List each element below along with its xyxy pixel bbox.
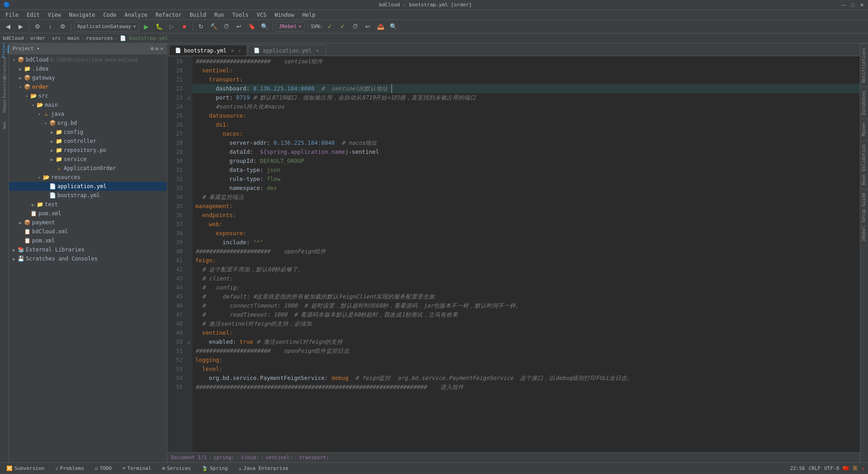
- terminal-button[interactable]: ⌨ Terminal: [120, 465, 154, 472]
- tree-resources[interactable]: ▾ 📂 resources: [9, 173, 167, 182]
- line-19: ###################### sentinel组件: [193, 57, 860, 66]
- menu-analyze[interactable]: Analyze: [121, 11, 151, 19]
- tab-application[interactable]: 📄 application.yml ✕: [248, 45, 326, 56]
- settings-button[interactable]: ⚙: [32, 22, 43, 32]
- run-button[interactable]: ▶: [141, 22, 152, 32]
- spring-button[interactable]: 🍃 Spring: [199, 465, 231, 472]
- tree-repositorypo[interactable]: ▶ 📁 repository.po: [9, 146, 167, 155]
- close-button[interactable]: ✕: [859, 2, 864, 8]
- tree-extlibs[interactable]: ▶ 📚 External Libraries: [9, 245, 167, 254]
- panel-expand-icon[interactable]: ⇆: [156, 46, 159, 52]
- svn-commit-button[interactable]: 📤: [375, 22, 386, 32]
- maven-tab[interactable]: Maven: [860, 118, 868, 140]
- java-enterprise-button[interactable]: ☕ Java Enterprise: [236, 465, 291, 472]
- menu-code[interactable]: Code: [100, 11, 120, 19]
- sync-button[interactable]: ↕: [45, 22, 56, 32]
- favorites-icon[interactable]: Favorites: [0, 83, 9, 91]
- menu-navigate[interactable]: Navigate: [66, 11, 99, 19]
- bc-spring[interactable]: spring:: [213, 455, 234, 460]
- menu-view[interactable]: View: [44, 11, 65, 19]
- encoding-display[interactable]: UTF-8: [824, 465, 839, 471]
- tree-idea[interactable]: ▶ 📁 .idea: [9, 64, 167, 73]
- services-button[interactable]: ⚙ Services: [160, 465, 194, 472]
- structure-icon[interactable]: Structure: [0, 64, 9, 72]
- svn-update-button[interactable]: ↩: [363, 22, 373, 32]
- tree-pomxml[interactable]: ▶ 📋 pom.xml: [9, 209, 167, 218]
- tree-root[interactable]: ▾ 📦 bdCloud D:\IDEAProject\java_base\bdC…: [9, 55, 167, 64]
- revert-button[interactable]: ↩: [234, 22, 245, 32]
- menu-refactor[interactable]: Refactor: [152, 11, 185, 19]
- jrebel-side-icon[interactable]: JRebel: [0, 102, 9, 110]
- jrebel-dropdown[interactable]: JRebel ▾: [276, 22, 305, 32]
- notifications-tab[interactable]: Notifications: [860, 43, 868, 86]
- stop-button[interactable]: ■: [179, 22, 190, 32]
- panel-settings-icon[interactable]: ⚙: [151, 46, 154, 52]
- tab-application-close[interactable]: ✕: [314, 47, 321, 54]
- problems-button[interactable]: ⚠ Problems: [52, 465, 87, 472]
- tree-java[interactable]: ▾ ☕ java: [9, 109, 167, 118]
- bookmark-button[interactable]: 🔖: [246, 22, 257, 32]
- bean-validation-tab[interactable]: Bean Validation: [860, 140, 868, 189]
- svn-search-button[interactable]: 🔍: [388, 22, 399, 32]
- svn-history-button[interactable]: ⏱: [350, 22, 361, 32]
- tree-src[interactable]: ▾ 📂 src: [9, 91, 167, 100]
- tree-test[interactable]: ▶ 📁 test: [9, 200, 167, 209]
- menu-file[interactable]: File: [2, 11, 22, 19]
- maximize-button[interactable]: □: [850, 2, 855, 8]
- tree-controller[interactable]: ▶ 📁 controller: [9, 137, 167, 146]
- config-button[interactable]: ⚙: [57, 22, 68, 32]
- tree-orgbd[interactable]: ▾ 📦 org.bd: [9, 118, 167, 128]
- tree-service[interactable]: ▶ 📁 service: [9, 155, 167, 164]
- tab-bootstrap-close[interactable]: ✕: [229, 47, 236, 54]
- svn-check-button[interactable]: ✓: [325, 22, 335, 32]
- tree-payment[interactable]: ▶ 📦 payment: [9, 218, 167, 227]
- tree-order[interactable]: ▾ 📦 order: [9, 82, 167, 91]
- subversion-button[interactable]: 🔀 Subversion: [4, 465, 47, 472]
- app-config-dropdown[interactable]: ApplicationGateway ▾: [74, 22, 139, 32]
- menu-edit[interactable]: Edit: [23, 11, 43, 19]
- update-button[interactable]: ↻: [196, 22, 207, 32]
- tree-apporder[interactable]: ▶ ☕ ApplicationOrder: [9, 164, 167, 173]
- menu-tools[interactable]: Tools: [229, 11, 252, 19]
- run-coverage-button[interactable]: ▷: [166, 22, 177, 32]
- tree-config[interactable]: ▶ 📁 config: [9, 128, 167, 137]
- search-all-button[interactable]: 🔍: [259, 22, 270, 32]
- tree-bootstrapyml[interactable]: ▶ 📄 bootstrap.yml: [9, 191, 167, 200]
- forward-button[interactable]: ▶: [15, 22, 26, 32]
- back-button[interactable]: ◀: [3, 22, 14, 32]
- breadcrumb-file[interactable]: 📄 bootstrap.yml: [120, 35, 168, 41]
- code-content[interactable]: ###################### sentinel组件 sentin…: [193, 56, 860, 452]
- todo-button[interactable]: ☑ TODO: [92, 465, 114, 472]
- panel-close-icon[interactable]: ✕: [160, 46, 163, 52]
- minimize-button[interactable]: ─: [841, 2, 846, 8]
- menu-vcs[interactable]: VCS: [253, 11, 270, 19]
- bc-cloud[interactable]: cloud:: [241, 455, 259, 460]
- jrebel-setup-tab[interactable]: JRebel Setup Guide: [860, 189, 868, 245]
- menu-help[interactable]: Help: [299, 11, 319, 19]
- tree-pomxml-root[interactable]: ▶ 📋 pom.xml: [9, 236, 167, 245]
- project-tab-icon[interactable]: Project: [0, 45, 9, 53]
- svn-check2-button[interactable]: ✓: [337, 22, 348, 32]
- debug-button[interactable]: 🐛: [154, 22, 165, 32]
- breadcrumb-bdcloud[interactable]: bdCloud: [3, 35, 24, 41]
- tree-gateway[interactable]: ▶ 📦 gateway: [9, 73, 167, 82]
- line-ending-display[interactable]: CRLF: [809, 465, 821, 471]
- build-button[interactable]: 🔨: [208, 22, 219, 32]
- breadcrumb-src[interactable]: src: [52, 35, 61, 41]
- menu-build[interactable]: Build: [186, 11, 210, 19]
- tree-bdcloudxml[interactable]: ▶ 📋 bdCloud.xml: [9, 227, 167, 236]
- menu-run[interactable]: Run: [211, 11, 228, 19]
- bc-transport[interactable]: transport:: [299, 455, 329, 460]
- tree-main[interactable]: ▾ 📂 main: [9, 100, 167, 109]
- history-button[interactable]: ⏱: [221, 22, 232, 32]
- menu-window[interactable]: Window: [271, 11, 297, 19]
- breadcrumb-resources[interactable]: resources: [86, 35, 113, 41]
- tree-scratches[interactable]: ▶ 💾 Scratches and Consoles: [9, 254, 167, 263]
- breadcrumb-main[interactable]: main: [67, 35, 80, 41]
- tab-bootstrap[interactable]: 📄 bootstrap.yml ✕ ✓: [169, 45, 247, 56]
- bc-sentinel[interactable]: sentinel:: [265, 455, 292, 460]
- breadcrumb-order[interactable]: order: [30, 35, 45, 41]
- databases-tab[interactable]: Databases: [860, 86, 868, 118]
- tree-applicationyml[interactable]: ▶ 📄 application.yml: [9, 182, 167, 191]
- web-icon[interactable]: Web: [0, 121, 9, 129]
